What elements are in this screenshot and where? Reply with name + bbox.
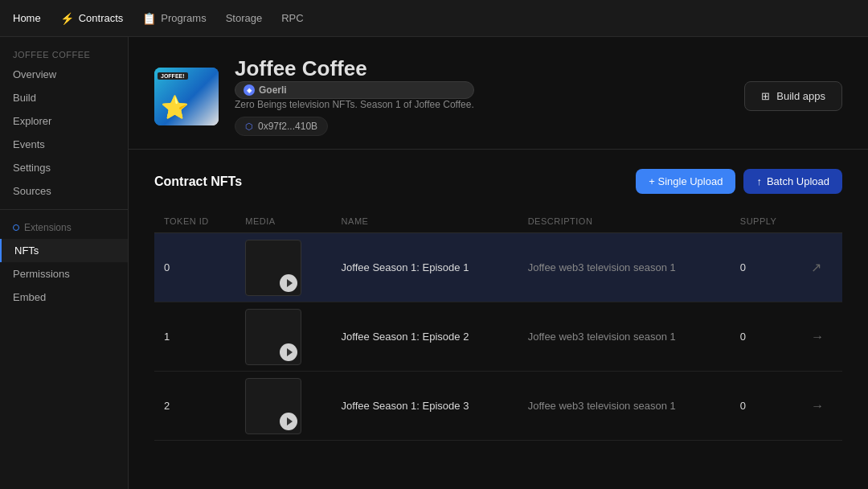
- nav-programs[interactable]: 📋 Programs: [142, 9, 206, 28]
- sidebar-item-sources[interactable]: Sources: [0, 179, 128, 203]
- build-label: Build: [13, 92, 36, 104]
- batch-upload-label: Batch Upload: [767, 175, 829, 187]
- cell-name: Joffee Season 1: Episode 1: [332, 233, 518, 302]
- sidebar-item-events[interactable]: Events: [0, 133, 128, 156]
- play-triangle-icon: [287, 417, 293, 425]
- cell-token-id: 1: [154, 302, 235, 372]
- cell-description: Joffee web3 television season 1: [518, 302, 731, 372]
- play-triangle-icon: [287, 279, 293, 287]
- explorer-label: Explorer: [13, 115, 51, 127]
- contracts-label: Contracts: [79, 12, 124, 24]
- logo-star-icon: ⭐: [161, 94, 189, 121]
- sidebar-item-overview[interactable]: Overview: [0, 63, 128, 86]
- contract-logo: JOFFEE! ⭐: [154, 68, 219, 125]
- table-row[interactable]: 0 Joffee Season 1: Episode 1 Joffee web3…: [154, 233, 842, 302]
- contract-logo-image: JOFFEE! ⭐: [154, 68, 219, 125]
- embed-label: Embed: [13, 291, 46, 303]
- cell-description: Joffee web3 television season 1: [518, 233, 731, 302]
- programs-icon: 📋: [142, 12, 156, 25]
- extensions-label: Extensions: [24, 222, 72, 233]
- row-arrow-icon: →: [811, 330, 824, 343]
- programs-label: Programs: [161, 12, 206, 24]
- row-arrow-icon: ↗: [811, 261, 821, 274]
- col-description: DESCRIPTION: [518, 210, 731, 233]
- network-icon: ◈: [244, 84, 255, 96]
- sources-label: Sources: [13, 185, 51, 197]
- extensions-dot-icon: [13, 224, 19, 231]
- sidebar: Joffee Coffee Overview Build Explorer Ev…: [0, 37, 129, 489]
- sidebar-item-explorer[interactable]: Explorer: [0, 109, 128, 133]
- nft-header: Contract NFTs + Single Upload ↑ Batch Up…: [154, 169, 842, 194]
- cell-arrow: →: [801, 302, 842, 372]
- home-label: Home: [13, 12, 41, 24]
- content-area: JOFFEE! ⭐ Joffee Coffee ◈ Goerli Zero Be…: [129, 37, 868, 489]
- contract-description: Zero Beings television NFTs. Season 1 of…: [235, 99, 474, 110]
- table-row[interactable]: 2 Joffee Season 1: Episode 3 Joffee web3…: [154, 372, 842, 441]
- col-supply: SUPPLY: [731, 210, 801, 233]
- sidebar-divider: [0, 209, 128, 210]
- play-button-icon: [280, 274, 297, 292]
- media-thumbnail: [245, 309, 301, 365]
- contract-title: Joffee Coffee ◈ Goerli: [235, 56, 474, 99]
- table-row[interactable]: 1 Joffee Season 1: Episode 2 Joffee web3…: [154, 302, 842, 372]
- sidebar-item-embed[interactable]: Embed: [0, 286, 128, 309]
- nft-table-header: TOKEN ID MEDIA NAME DESCRIPTION SUPPLY: [154, 210, 842, 233]
- rpc-label: RPC: [281, 12, 303, 24]
- logo-text-badge: JOFFEE!: [158, 72, 188, 80]
- cell-token-id: 0: [154, 233, 235, 302]
- nav-home[interactable]: Home: [13, 9, 41, 27]
- permissions-label: Permissions: [13, 268, 70, 280]
- top-nav: Home ⚡ Contracts 📋 Programs Storage RPC: [0, 0, 868, 37]
- single-upload-button[interactable]: + Single Upload: [636, 169, 735, 194]
- cell-name: Joffee Season 1: Episode 2: [332, 302, 518, 372]
- contract-info: JOFFEE! ⭐ Joffee Coffee ◈ Goerli Zero Be…: [154, 56, 474, 136]
- contract-address[interactable]: ⬡ 0x97f2...410B: [235, 117, 328, 136]
- main-layout: Joffee Coffee Overview Build Explorer Ev…: [0, 37, 868, 489]
- cell-media: [235, 233, 331, 302]
- col-name: NAME: [332, 210, 518, 233]
- nav-storage[interactable]: Storage: [226, 9, 263, 27]
- sidebar-item-nfts[interactable]: NFTs: [0, 239, 128, 262]
- col-token-id: TOKEN ID: [154, 210, 235, 233]
- nav-rpc[interactable]: RPC: [281, 9, 303, 27]
- cell-supply: 0: [731, 233, 801, 302]
- sidebar-item-build[interactable]: Build: [0, 86, 128, 109]
- cell-supply: 0: [731, 372, 801, 441]
- contract-details: Joffee Coffee ◈ Goerli Zero Beings telev…: [235, 56, 474, 136]
- play-button-icon: [280, 413, 297, 430]
- row-arrow-icon: →: [811, 399, 824, 413]
- single-upload-label: + Single Upload: [649, 175, 723, 187]
- build-apps-label: Build apps: [776, 90, 825, 102]
- contract-header: JOFFEE! ⭐ Joffee Coffee ◈ Goerli Zero Be…: [129, 37, 868, 150]
- nft-section-title: Contract NFTs: [154, 175, 242, 189]
- batch-upload-button[interactable]: ↑ Batch Upload: [743, 169, 842, 194]
- storage-label: Storage: [226, 12, 263, 24]
- cell-token-id: 2: [154, 372, 235, 441]
- nft-section: Contract NFTs + Single Upload ↑ Batch Up…: [129, 150, 868, 460]
- contracts-icon: ⚡: [60, 12, 74, 25]
- upload-btn-group: + Single Upload ↑ Batch Upload: [636, 169, 842, 194]
- build-apps-icon: ⊞: [761, 90, 770, 102]
- media-thumbnail: [245, 240, 301, 296]
- nfts-label: NFTs: [14, 244, 39, 257]
- nft-table: TOKEN ID MEDIA NAME DESCRIPTION SUPPLY 0: [154, 210, 842, 441]
- address-value: 0x97f2...410B: [258, 121, 317, 132]
- media-thumbnail: [245, 378, 301, 434]
- cell-name: Joffee Season 1: Episode 3: [332, 372, 518, 441]
- play-triangle-icon: [287, 348, 293, 356]
- sidebar-section-label: Joffee Coffee: [0, 43, 128, 63]
- sidebar-item-permissions[interactable]: Permissions: [0, 262, 128, 286]
- sidebar-item-settings[interactable]: Settings: [0, 156, 128, 179]
- cell-media: [235, 302, 331, 372]
- extensions-header: Extensions: [0, 216, 128, 239]
- cell-arrow: ↗: [801, 233, 842, 302]
- nav-contracts[interactable]: ⚡ Contracts: [60, 9, 124, 28]
- col-media: MEDIA: [235, 210, 331, 233]
- build-apps-button[interactable]: ⊞ Build apps: [744, 81, 842, 111]
- col-actions: [801, 210, 842, 233]
- overview-label: Overview: [13, 68, 56, 80]
- batch-upload-icon: ↑: [756, 175, 762, 187]
- cell-media: [235, 372, 331, 441]
- address-copy-icon: ⬡: [245, 121, 253, 132]
- network-badge: ◈ Goerli: [235, 81, 474, 99]
